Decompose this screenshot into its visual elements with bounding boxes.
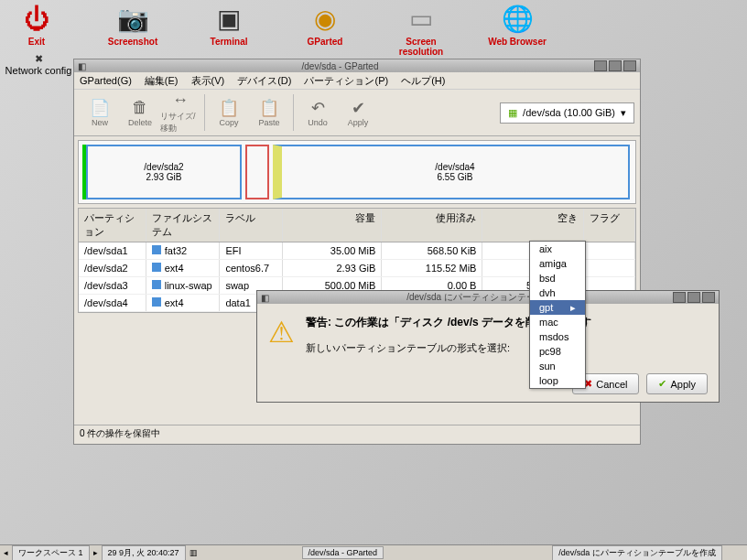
task-gparted[interactable]: /dev/sda - GParted [302, 546, 384, 559]
ws-right[interactable]: ▸ [93, 548, 98, 557]
dropdown-option-msdos[interactable]: msdos [530, 329, 585, 344]
task-dialog[interactable]: /dev/sda にパーティションテーブルを作成 [552, 545, 722, 561]
show-desktop-icon[interactable]: ▥ [189, 548, 198, 557]
menubar: GParted(G)編集(E)表示(V)デバイス(D)パーティション(P)ヘルプ… [74, 72, 640, 90]
dropdown-option-loop[interactable]: loop [530, 373, 585, 388]
minimize-button[interactable] [594, 60, 607, 71]
column-header[interactable]: パーティション [79, 209, 146, 242]
window-menu-icon[interactable]: ◧ [78, 61, 86, 71]
partition-block[interactable]: /dev/sda22.93 GiB [86, 145, 242, 199]
column-header[interactable]: 容量 [283, 209, 382, 242]
clock: 29 9月, 火 20:40:27 [102, 545, 186, 561]
menu-item[interactable]: パーティション(P) [304, 74, 388, 88]
dropdown-option-mac[interactable]: mac [530, 315, 585, 329]
network-config-icon[interactable]: ✖ Network config [2, 53, 75, 76]
maximize-button[interactable] [609, 60, 622, 71]
workspace-label[interactable]: ワークスペース 1 [12, 545, 90, 561]
desktop: ⏻Exit📷Screenshot▣Terminal◉GParted▭Screen… [0, 0, 747, 560]
desktop-icon-screenshot[interactable]: 📷Screenshot [96, 2, 169, 57]
dialog-min[interactable] [673, 292, 686, 303]
delete-button[interactable]: 🗑Delete [120, 98, 160, 127]
dialog-titlebar[interactable]: ◧/dev/sda にパーティションテー [257, 291, 719, 304]
desktop-icon-terminal[interactable]: ▣Terminal [192, 2, 265, 57]
dialog-max[interactable] [687, 292, 700, 303]
menu-item[interactable]: GParted(G) [80, 75, 132, 86]
dropdown-option-bsd[interactable]: bsd [530, 271, 585, 285]
column-header[interactable]: 使用済み [382, 209, 482, 242]
dropdown-option-pc98[interactable]: pc98 [530, 344, 585, 359]
dropdown-option-gpt[interactable]: gpt ▸ [530, 300, 585, 315]
desktop-icon-gparted[interactable]: ◉GParted [288, 2, 362, 57]
column-header[interactable]: ファイルシステム [146, 209, 221, 242]
toolbar: 📄New🗑Delete↔リサイズ/移動📋Copy📋Paste↶Undo✔Appl… [74, 90, 640, 136]
column-header[interactable]: ラベル [220, 209, 283, 242]
close-button[interactable] [623, 60, 636, 71]
desktop-icon-browser[interactable]: 🌐Web Browser [481, 2, 554, 57]
dialog-close[interactable] [702, 292, 715, 303]
copy-button[interactable]: 📋Copy [209, 98, 249, 127]
apply-button[interactable]: ✔Apply [338, 98, 378, 127]
titlebar[interactable]: ◧ /dev/sda - GParted [74, 59, 640, 72]
menu-item[interactable]: デバイス(D) [237, 74, 291, 88]
new-button[interactable]: 📄New [80, 98, 120, 127]
partition-block[interactable]: /dev/sda46.55 GiB [273, 145, 630, 199]
menu-item[interactable]: ヘルプ(H) [401, 74, 445, 88]
menu-item[interactable]: 編集(E) [145, 74, 179, 88]
create-partition-table-dialog: ◧/dev/sda にパーティションテー ⚠ 警告: この作業は「ディスク /d… [256, 290, 720, 403]
status-bar: 0 件の操作を保留中 [74, 425, 640, 444]
menu-item[interactable]: 表示(V) [191, 74, 225, 88]
column-header[interactable]: 空き [482, 209, 583, 242]
window-title: /dev/sda - GParted [86, 61, 594, 71]
desktop-icon-screenres[interactable]: ▭Screen resolution [384, 2, 458, 57]
device-selector[interactable]: ▦/dev/sda (10.00 GiB)▾ [500, 102, 634, 124]
partition-diagram[interactable]: /dev/sda22.93 GiB/dev/sda46.55 GiB [78, 140, 636, 204]
resize-button[interactable]: ↔リサイズ/移動 [160, 91, 200, 135]
column-header[interactable]: フラグ [584, 209, 635, 242]
undo-button[interactable]: ↶Undo [298, 98, 338, 127]
paste-button[interactable]: 📋Paste [249, 98, 289, 127]
taskbar: ◂ ワークスペース 1 ▸ 29 9月, 火 20:40:27 ▥ /dev/s… [0, 544, 747, 560]
partition-block[interactable] [245, 145, 269, 199]
dropdown-option-aix[interactable]: aix [530, 242, 585, 256]
dropdown-option-amiga[interactable]: amiga [530, 256, 585, 271]
apply-button[interactable]: ✔Apply [646, 373, 708, 394]
partition-type-dropdown[interactable]: aixamigabsddvhgpt ▸macmsdospc98sunloop [529, 241, 586, 389]
dropdown-option-dvh[interactable]: dvh [530, 285, 585, 300]
dropdown-option-sun[interactable]: sun [530, 359, 585, 373]
desktop-icon-exit[interactable]: ⏻Exit [0, 2, 73, 57]
warning-icon: ⚠ [268, 315, 295, 355]
ws-left[interactable]: ◂ [4, 548, 8, 557]
